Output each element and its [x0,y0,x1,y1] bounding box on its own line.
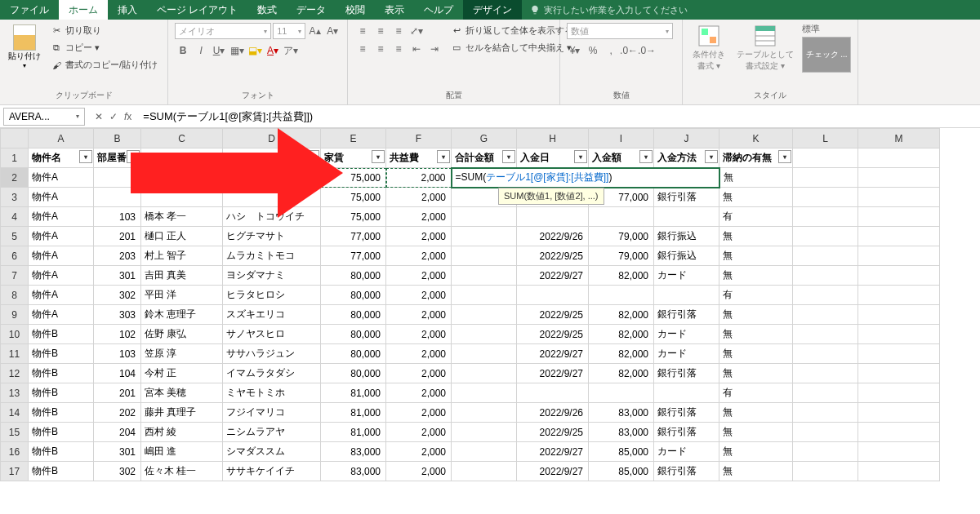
cell[interactable] [452,344,517,364]
cell[interactable] [858,383,940,403]
phonetic-button[interactable]: ア▾ [283,42,299,59]
cell[interactable] [858,423,940,442]
cell[interactable] [793,207,858,227]
filter-dropdown-icon[interactable]: ▾ [778,150,791,163]
cell[interactable]: 80,000 [321,364,386,383]
table-header[interactable]: 滞納の有無▾ [719,148,793,168]
row-header-13[interactable]: 13 [1,383,29,403]
decrease-font-button[interactable]: A▾ [324,23,341,39]
tab-insert[interactable]: 挿入 [108,0,147,20]
align-bottom-button[interactable]: ≡ [390,23,407,39]
cell[interactable]: 笠原 淳 [141,344,223,364]
currency-button[interactable]: ¥▾ [567,42,583,59]
tab-view[interactable]: 表示 [375,0,414,20]
cell[interactable] [793,423,858,442]
cell[interactable]: 物件B [29,403,94,423]
cell[interactable]: ヒグチマサト [223,227,321,246]
cell[interactable]: ニシムラアヤ [223,423,321,442]
cell[interactable] [793,403,858,423]
cell[interactable] [452,207,517,227]
cell[interactable]: 83,000 [589,423,654,442]
cell[interactable]: 2,000 [386,266,452,286]
cell[interactable]: 物件A [29,305,94,325]
cell[interactable] [654,383,719,403]
cell[interactable] [452,227,517,246]
cell[interactable]: 2,000 [386,344,452,364]
cell[interactable]: 無 [719,188,793,207]
align-top-button[interactable]: ≡ [354,23,371,39]
cell[interactable] [793,305,858,325]
cell[interactable]: 2,000 [386,227,452,246]
cell[interactable]: 銀行引落 [654,423,719,442]
col-header-L[interactable]: L [793,129,858,148]
align-middle-button[interactable]: ≡ [372,23,389,39]
cell[interactable]: 物件B [29,442,94,462]
cell[interactable]: 2,000 [386,383,452,403]
cell[interactable]: 佐々木 桂一 [141,462,223,481]
indent-increase-button[interactable]: ⇥ [426,41,443,57]
cell[interactable]: 303 [94,305,141,325]
copy-button[interactable]: ⧉コピー ▾ [47,40,161,55]
cell[interactable] [452,325,517,344]
cell[interactable]: 銀行引落 [654,305,719,325]
cell[interactable]: 銀行引落 [654,403,719,423]
cell[interactable] [858,207,940,227]
cell[interactable]: ヒラタヒロシ [223,286,321,305]
cell[interactable]: 無 [719,423,793,442]
cell[interactable]: 301 [94,442,141,462]
cell[interactable] [858,286,940,305]
cell[interactable]: 村上 智子 [141,246,223,266]
cell[interactable] [517,383,589,403]
cell[interactable] [452,383,517,403]
format-as-table-button[interactable]: テーブルとして 書式設定 ▾ [733,23,797,73]
cell[interactable]: 2,000 [386,188,452,207]
cell[interactable]: 79,000 [589,227,654,246]
cell[interactable]: ヨシダマナミ [223,266,321,286]
cell[interactable]: 302 [94,462,141,481]
col-header-C[interactable]: C [141,129,223,148]
cell[interactable] [793,227,858,246]
cell[interactable] [858,364,940,383]
cell[interactable]: 有 [719,207,793,227]
tab-page-layout[interactable]: ページ レイアウト [147,0,247,20]
cell-style-check[interactable]: チェック ... [802,37,851,73]
cell[interactable]: 佐野 康弘 [141,325,223,344]
cell[interactable] [793,168,858,188]
cell[interactable]: フジイマリコ [223,403,321,423]
cell[interactable]: 80,000 [321,286,386,305]
filter-dropdown-icon[interactable]: ▾ [502,150,515,163]
cell[interactable]: 2,000 [386,325,452,344]
cell[interactable]: 82,000 [589,266,654,286]
orientation-button[interactable]: ⤢▾ [408,23,425,39]
row-header-8[interactable]: 8 [1,286,29,305]
italic-button[interactable]: I [193,42,209,59]
cell[interactable] [793,344,858,364]
cell[interactable] [517,286,589,305]
col-header-B[interactable]: B [94,129,141,148]
cell[interactable] [793,188,858,207]
indent-decrease-button[interactable]: ⇤ [408,41,425,57]
cell[interactable]: 物件B [29,383,94,403]
row-header-15[interactable]: 15 [1,423,29,442]
cell[interactable]: 2,000 [386,423,452,442]
cell[interactable]: 無 [719,403,793,423]
cell[interactable] [654,207,719,227]
active-cell-editing[interactable]: =SUM(テーブル1[@[家賃]:[共益費]]) [452,168,719,188]
filter-dropdown-icon[interactable]: ▾ [437,150,450,163]
cell[interactable] [858,403,940,423]
row-header-4[interactable]: 4 [1,207,29,227]
cell[interactable]: 104 [94,364,141,383]
cell[interactable]: 2,000 [386,246,452,266]
row-header-9[interactable]: 9 [1,305,29,325]
decrease-decimal-button[interactable]: .0→ [639,42,655,59]
cell[interactable]: 85,000 [589,442,654,462]
cell[interactable]: 銀行引落 [654,462,719,481]
cell[interactable]: 2022/9/27 [517,442,589,462]
comma-button[interactable]: , [603,42,619,59]
cell[interactable]: 82,000 [589,325,654,344]
cell[interactable] [858,246,940,266]
filter-dropdown-icon[interactable]: ▾ [372,150,385,163]
cell[interactable]: 橋本 孝一 [141,207,223,227]
confirm-formula-button[interactable]: ✓ [109,111,118,122]
cell[interactable]: 203 [94,246,141,266]
